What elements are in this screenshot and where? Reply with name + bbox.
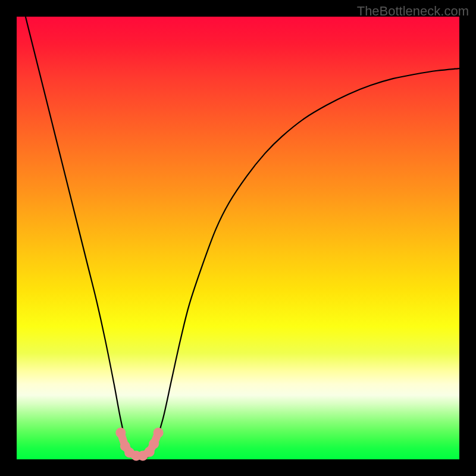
plot-area (17, 17, 459, 459)
bottleneck-curve (26, 17, 459, 461)
marker-dot (115, 428, 126, 438)
marker-group (115, 428, 163, 461)
marker-dot (149, 439, 159, 449)
marker-dot (154, 428, 164, 438)
chart-svg (17, 17, 459, 459)
watermark-text: TheBottleneck.com (357, 4, 469, 19)
